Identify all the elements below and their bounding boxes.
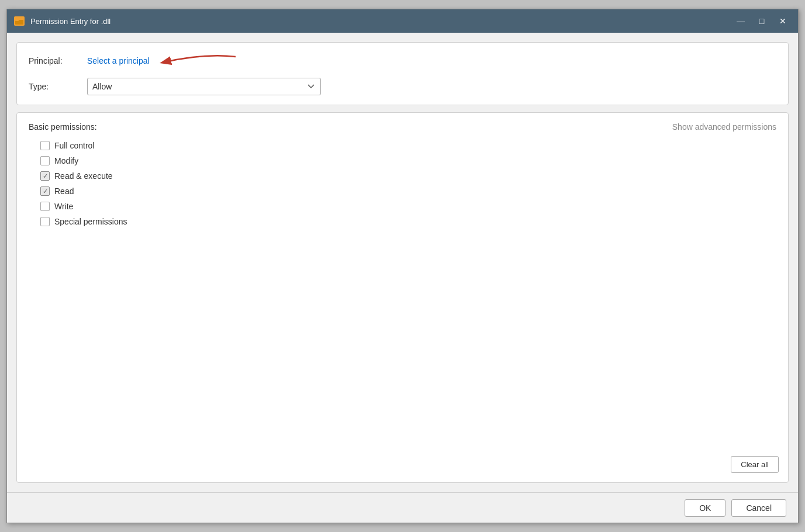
type-row: Type: Allow Deny xyxy=(29,78,776,95)
permission-entry-window: Permission Entry for .dll — □ ✕ Principa… xyxy=(6,9,799,523)
list-item: Read xyxy=(40,186,776,196)
special-permissions-checkbox[interactable] xyxy=(40,217,50,226)
list-item: Read & execute xyxy=(40,171,776,181)
select-principal-link[interactable]: Select a principal xyxy=(87,56,150,65)
type-label: Type: xyxy=(29,82,87,91)
close-button[interactable]: ✕ xyxy=(775,13,791,29)
list-item: Special permissions xyxy=(40,217,776,226)
principal-row: Principal: Select a principal xyxy=(29,52,776,70)
arrow-icon xyxy=(157,52,239,70)
modify-label: Modify xyxy=(54,156,78,165)
read-execute-checkbox[interactable] xyxy=(40,171,50,181)
write-checkbox[interactable] xyxy=(40,202,50,211)
list-item: Full control xyxy=(40,141,776,150)
minimize-button[interactable]: — xyxy=(733,13,749,29)
modify-checkbox[interactable] xyxy=(40,156,50,165)
title-bar: Permission Entry for .dll — □ ✕ xyxy=(7,9,798,33)
full-control-label: Full control xyxy=(54,141,94,150)
principal-section: Principal: Select a principal Type: xyxy=(16,42,789,105)
window-title: Permission Entry for .dll xyxy=(30,17,733,26)
read-label: Read xyxy=(54,186,74,196)
arrow-annotation xyxy=(157,52,239,70)
permissions-list: Full control Modify Read & execute Read xyxy=(40,141,776,226)
list-item: Modify xyxy=(40,156,776,165)
svg-rect-1 xyxy=(15,19,19,21)
special-permissions-label: Special permissions xyxy=(54,217,127,226)
window-footer: OK Cancel xyxy=(7,492,798,523)
read-execute-label: Read & execute xyxy=(54,171,113,181)
folder-icon xyxy=(14,16,25,26)
write-label: Write xyxy=(54,202,73,211)
cancel-button[interactable]: Cancel xyxy=(731,499,786,517)
permissions-section: Basic permissions: Show advanced permiss… xyxy=(16,112,789,483)
type-select[interactable]: Allow Deny xyxy=(87,78,321,95)
full-control-checkbox[interactable] xyxy=(40,141,50,150)
window-controls: — □ ✕ xyxy=(733,13,791,29)
clear-all-button[interactable]: Clear all xyxy=(731,456,779,473)
window-content: Principal: Select a principal Type: xyxy=(7,33,798,492)
maximize-button[interactable]: □ xyxy=(754,13,770,29)
permissions-title: Basic permissions: xyxy=(29,122,97,132)
show-advanced-link[interactable]: Show advanced permissions xyxy=(672,122,776,132)
principal-label: Principal: xyxy=(29,56,87,65)
ok-button[interactable]: OK xyxy=(685,499,725,517)
list-item: Write xyxy=(40,202,776,211)
section-header: Basic permissions: Show advanced permiss… xyxy=(29,122,776,132)
read-checkbox[interactable] xyxy=(40,186,50,196)
